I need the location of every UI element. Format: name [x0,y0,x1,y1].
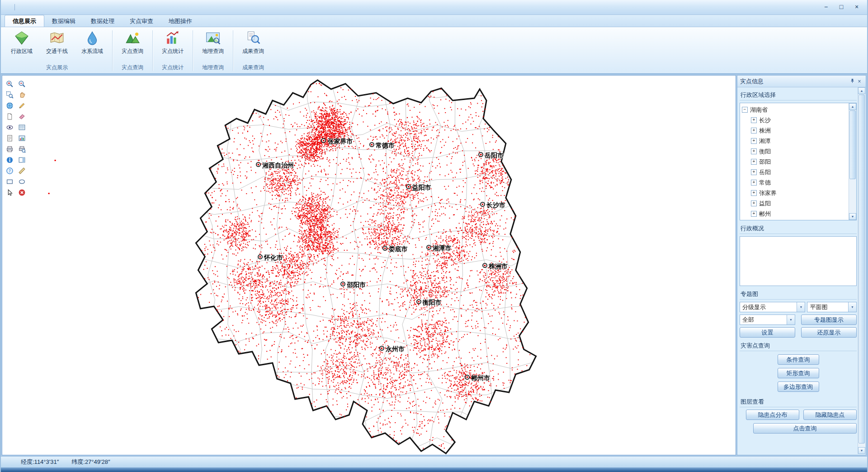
disaster-query-button[interactable]: 灾点查询 [115,28,150,56]
chevron-down-icon[interactable]: ▼ [848,302,856,312]
tree-expand-icon[interactable]: + [751,169,757,175]
tab-map-operation[interactable]: 地图操作 [161,15,200,27]
mountain-icon [124,30,141,46]
hazard-distribution-button[interactable]: 隐患点分布 [746,410,799,420]
condition-query-button[interactable]: 条件查询 [778,354,819,365]
view-button[interactable] [5,123,14,132]
attribute-table-icon [18,124,26,131]
thematic-show-button[interactable]: 专题图显示 [801,315,857,325]
tree-node-city[interactable]: +益阳 [742,198,849,209]
tree-expand-icon[interactable]: + [751,190,757,196]
tree-collapse-icon[interactable]: − [742,107,748,113]
tree-expand-icon[interactable]: + [751,148,757,154]
rectangle-query-button[interactable]: 矩形查询 [778,368,819,378]
ellipse-select-button[interactable] [17,177,27,186]
map-area[interactable]: 张家界市常德市岳阳市湘西自治州益阳市长沙市娄底市湘潭市株洲市怀化市邵阳市衡阳市永… [2,75,736,455]
print-preview-icon [18,145,26,153]
tree-node-city[interactable]: +长沙 [742,115,849,125]
scroll-down-icon[interactable]: ▼ [858,447,865,454]
tree-node-city[interactable]: +常德 [742,177,849,188]
tab-data-edit[interactable]: 数据编辑 [44,15,83,27]
close-button[interactable]: × [850,3,863,12]
app-window: { "window": { "controls": {"minimize": "… [0,0,868,472]
scroll-up-icon[interactable]: ▲ [849,103,856,110]
tree-expand-icon[interactable]: + [751,180,757,186]
scroll-up-icon[interactable]: ▲ [858,87,865,94]
ribbon-group-disaster-display: 行政区域 交通干线 水系流域 灾点展示 [3,28,111,73]
tab-info-display[interactable]: 信息展示 [5,15,44,27]
ribbon-separator [193,30,193,71]
restore-display-button[interactable]: 还原显示 [801,327,857,338]
hide-hazard-button[interactable]: 隐藏隐患点 [803,410,857,420]
pointer-select-button[interactable] [5,188,14,197]
tree-node-city[interactable]: +株洲 [742,125,849,136]
new-page-button[interactable] [5,112,14,121]
zoom-out-button[interactable] [17,79,27,88]
ruler-button[interactable] [17,166,27,175]
panel-header: 灾点信息 × [737,76,866,87]
document-button[interactable] [5,133,14,143]
geo-query-button[interactable]: 地理查询 [195,28,231,56]
cancel-tool-button[interactable] [17,188,27,197]
polygon-query-button[interactable]: 多边形查询 [778,381,819,392]
print-preview-button[interactable] [17,144,27,153]
tab-data-process[interactable]: 数据处理 [83,15,122,27]
disaster-stats-button[interactable]: 灾点统计 [155,28,190,56]
tree-node-province[interactable]: −湖南省 [742,105,849,115]
result-query-button[interactable]: 成果查询 [236,28,271,56]
chevron-down-icon[interactable]: ▼ [797,302,805,312]
water-system-button[interactable]: 水系流域 [75,28,110,56]
category-select[interactable]: 全部▼ [740,315,795,325]
region-tree[interactable]: −湖南省 +长沙 +株洲 +湘潭 +衡阳 +邵阳 +岳阳 +常德 +张家界 +益… [740,103,857,220]
tab-disaster-review[interactable]: 灾点审查 [122,15,161,27]
minimize-button[interactable]: − [819,3,833,12]
tree-node-city[interactable]: +衡阳 [742,146,849,157]
pin-icon[interactable] [849,78,856,85]
full-extent-globe-icon [6,102,14,110]
tree-expand-icon[interactable]: + [751,128,757,133]
tree-node-city[interactable]: +张家界 [742,188,849,198]
traffic-line-button[interactable]: 交通干线 [39,28,75,56]
chevron-down-icon[interactable]: ▼ [787,315,795,324]
rectangle-select-button[interactable] [5,177,14,186]
tree-node-city[interactable]: +郴州 [742,209,849,219]
scroll-down-icon[interactable]: ▼ [849,213,856,220]
attribute-table-button[interactable] [17,123,27,132]
ribbon-button-label: 行政区域 [11,48,33,55]
help-button[interactable]: ? [5,166,14,175]
ellipse-select-icon [18,178,26,186]
zoom-window-button[interactable] [5,90,14,99]
measure-button[interactable] [17,101,27,110]
tree-node-city[interactable]: +湘潭 [742,136,849,146]
scroll-thumb[interactable] [849,110,856,179]
zoom-in-button[interactable] [5,79,14,88]
chart-image-button[interactable] [17,133,27,143]
pan-button[interactable] [17,90,27,99]
tree-node-city[interactable]: +邵阳 [742,157,849,167]
panel-scrollbar[interactable]: ▲ ▼ [858,87,865,454]
settings-button[interactable]: 设置 [740,327,795,338]
panel-close-icon[interactable]: × [856,78,863,85]
display-mode-select[interactable]: 分级显示▼ [740,302,805,312]
tree-expand-icon[interactable]: + [751,211,757,217]
maximize-button[interactable]: □ [835,3,848,12]
info-button[interactable] [5,155,14,164]
erase-button[interactable] [17,112,27,121]
map-canvas[interactable] [2,76,736,455]
tree-node-city[interactable]: +岳阳 [742,167,849,177]
tree-expand-icon[interactable]: + [751,159,757,165]
tree-items: −湖南省 +长沙 +株洲 +湘潭 +衡阳 +邵阳 +岳阳 +常德 +张家界 +益… [740,103,849,220]
tree-scrollbar[interactable]: ▲ ▼ [849,103,856,220]
tree-expand-icon[interactable]: + [751,117,757,123]
panel-window-button[interactable] [17,155,27,164]
admin-region-button[interactable]: 行政区域 [4,28,39,56]
full-extent-button[interactable] [5,101,14,110]
click-query-button[interactable]: 点击查询 [753,423,857,434]
region-overview-box[interactable] [740,236,857,286]
tree-expand-icon[interactable]: + [751,200,757,206]
ribbon: 行政区域 交通干线 水系流域 灾点展示 [1,27,867,74]
scroll-thumb[interactable] [859,95,865,443]
map-style-select[interactable]: 平面图▼ [807,302,857,312]
print-button[interactable] [5,144,14,153]
tree-expand-icon[interactable]: + [751,138,757,144]
